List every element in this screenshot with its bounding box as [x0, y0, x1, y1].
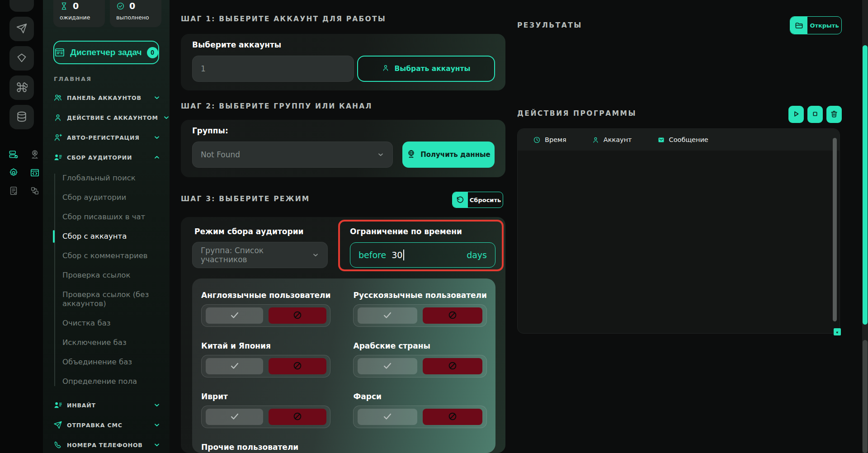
language-filter-toggle: [201, 355, 330, 378]
stop-button[interactable]: [807, 106, 823, 123]
diamond-icon: [16, 52, 28, 65]
block-language-button[interactable]: [423, 358, 482, 374]
sidebar-menu-item[interactable]: НОМЕРА ТЕЛЕФОНОВ: [53, 439, 160, 448]
sidebar-submenu-item[interactable]: Очистка баз: [62, 319, 160, 328]
sidebar-menu-item[interactable]: АВТО-РЕГИСТРАЦИЯ: [53, 131, 160, 140]
counter-value: 0: [73, 1, 79, 11]
language-filters-card: Англоязычные пользователи Русскоязычные …: [192, 278, 495, 453]
sidebar-submenu-item[interactable]: Объединение баз: [62, 358, 160, 367]
program-log-table: Время Аккаунт Сообщение: [517, 128, 840, 334]
chevron-down-icon: [153, 94, 160, 101]
table-column-header: Время: [533, 136, 566, 144]
send-icon: [16, 23, 28, 36]
phone-icon: [53, 440, 62, 449]
play-icon: [792, 110, 800, 119]
language-filter-group: Прочие пользователи: [201, 443, 330, 453]
block-language-button[interactable]: [423, 307, 482, 324]
sidebar-submenu-item[interactable]: Определение пола: [62, 377, 160, 386]
mail-icon: [657, 136, 665, 144]
start-button[interactable]: [788, 106, 804, 123]
code-window-icon[interactable]: [30, 168, 40, 178]
sidebar-submenu-item[interactable]: Сбор с аккаунта: [62, 232, 160, 241]
language-filter-group: Фарси: [353, 392, 486, 428]
page-scrollbar-thumb[interactable]: [863, 45, 868, 325]
select-accounts-button[interactable]: Выбрать аккаунты: [357, 56, 495, 82]
task-manager-button[interactable]: Диспетчер задач 0: [53, 41, 159, 64]
page-scrollbar: [862, 0, 868, 453]
sidebar-submenu-item[interactable]: Проверка ссылок (без аккаунтов): [62, 290, 160, 308]
globe-network-icon: [406, 149, 416, 160]
ban-icon: [448, 411, 458, 423]
mode-dropdown[interactable]: Группа: Список участников: [192, 242, 328, 268]
allow-language-button[interactable]: [358, 358, 417, 374]
step2-title: ШАГ 2: ВЫБЕРИТЕ ГРУППУ ИЛИ КАНАЛ: [181, 102, 373, 110]
reset-icon: [453, 192, 468, 208]
reset-button[interactable]: Сбросить: [452, 192, 503, 208]
step3-title: ШАГ 3: ВЫБЕРИТЕ РЕЖИМ: [181, 195, 310, 203]
sidebar-menu-item[interactable]: СБОР АУДИТОРИИ: [53, 151, 160, 160]
allow-language-button[interactable]: [358, 307, 417, 324]
doc-check-icon[interactable]: [9, 186, 19, 196]
block-language-button[interactable]: [269, 409, 326, 425]
user-list-icon: [53, 153, 62, 162]
database-icon: [16, 111, 28, 124]
user-icon: [592, 136, 599, 144]
page-scrollbar-lower-thumb[interactable]: [863, 340, 868, 453]
sidebar-menu-item[interactable]: ПАНЕЛЬ АККАУНТОВ: [53, 91, 160, 100]
sidebar-submenu-item[interactable]: Сбор писавших в чат: [62, 212, 160, 222]
fetch-data-button[interactable]: Получить данные: [402, 142, 495, 168]
counter-label: ожидание: [60, 14, 105, 21]
command-icon[interactable]: [9, 76, 34, 100]
block-language-button[interactable]: [269, 358, 326, 374]
block-language-button[interactable]: [423, 409, 482, 425]
sidebar-submenu-item[interactable]: Глобальный поиск: [62, 174, 160, 183]
swap-icon[interactable]: [30, 186, 40, 196]
groups-dropdown[interactable]: Not Found: [192, 142, 393, 168]
sidebar-section-label: ГЛАВНАЯ: [54, 76, 92, 82]
app-window: 0 ожидание 0 выполнено Диспетчер задач 0…: [0, 0, 868, 453]
language-filter-label: Фарси: [353, 392, 486, 401]
gear-icon[interactable]: [9, 168, 19, 178]
sidebar-submenu-item[interactable]: Сбор аудитории: [62, 193, 160, 202]
user-icon: [382, 64, 390, 74]
language-filter-label: Иврит: [201, 392, 330, 401]
allow-language-button[interactable]: [206, 358, 263, 374]
send-icon[interactable]: [9, 17, 34, 41]
table-resize-handle[interactable]: [834, 328, 841, 335]
table-scrollbar[interactable]: [833, 138, 837, 321]
accounts-input[interactable]: [192, 56, 354, 82]
check-circle-icon: [116, 2, 125, 10]
time-limit-input[interactable]: before 30 days: [350, 242, 495, 268]
clear-log-button[interactable]: [826, 106, 842, 123]
block-language-button[interactable]: [269, 307, 326, 324]
sidebar-menu-item[interactable]: ОТПРАВКА СМС: [53, 419, 160, 428]
sidebar-menu: ПАНЕЛЬ АККАУНТОВ ДЕЙСТВИЕ С АККАУНТОМ АВ…: [53, 91, 160, 453]
ban-icon: [292, 310, 302, 321]
user-network-icon[interactable]: [30, 150, 40, 160]
sidebar-submenu-item[interactable]: Исключение баз: [62, 338, 160, 347]
allow-language-button[interactable]: [206, 307, 263, 324]
allow-language-button[interactable]: [206, 409, 263, 425]
allow-language-button[interactable]: [358, 409, 417, 425]
open-results-button[interactable]: Открыть: [790, 16, 842, 34]
check-icon: [230, 411, 240, 423]
ban-icon: [292, 361, 302, 372]
user-plus-icon: [53, 133, 62, 142]
sidebar-menu-item[interactable]: ДЕЙСТВИЕ С АККАУНТОМ: [53, 111, 160, 120]
groups-field-label: Группы:: [192, 126, 228, 135]
database-icon[interactable]: [9, 105, 34, 129]
mode-label: Режим сбора аудитории: [194, 227, 304, 236]
icon-rail: [0, 0, 43, 453]
counter-card: 0 ожидание: [53, 0, 105, 27]
language-filter-group: Русскоязычные пользователи: [353, 291, 486, 327]
diamond-icon[interactable]: [9, 46, 34, 71]
sidebar-submenu-item[interactable]: Проверка ссылок: [62, 271, 160, 280]
server-check-icon[interactable]: [9, 150, 19, 160]
rail-button-partial[interactable]: [9, 0, 34, 12]
sidebar-menu-item[interactable]: ИНВАЙТ: [53, 399, 160, 408]
language-filter-toggle: [201, 304, 330, 327]
language-filter-group: Арабские страны: [353, 341, 486, 378]
sidebar-submenu-item[interactable]: Сбор с комментариев: [62, 251, 160, 260]
accounts-field-label: Выберите аккаунты: [192, 40, 281, 49]
task-window-icon: [54, 47, 65, 58]
